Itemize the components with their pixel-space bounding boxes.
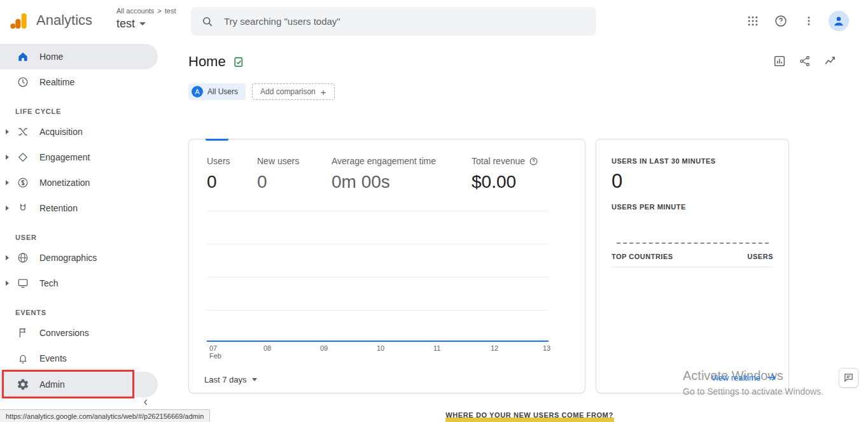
sidebar-item-label: Engagement — [39, 152, 90, 162]
breadcrumb-separator: > — [157, 7, 161, 15]
avatar[interactable] — [829, 11, 849, 31]
x-tick: 12 — [491, 344, 498, 352]
metric-label[interactable]: Total revenue — [472, 156, 525, 166]
monitor-icon — [17, 277, 29, 290]
plus-icon: + — [321, 87, 326, 97]
realtime-title: USERS IN LAST 30 MINUTES — [612, 157, 716, 165]
selected-metric-indicator — [206, 139, 228, 141]
next-section-title: WHERE DO YOUR NEW USERS COME FROM? — [444, 411, 615, 419]
add-comparison-button[interactable]: Add comparison + — [252, 83, 334, 100]
per-minute-baseline — [617, 243, 769, 244]
metric-value: 0 — [207, 172, 230, 192]
sidebar-item-engagement[interactable]: Engagement — [0, 144, 159, 170]
metric-avg-engagement-time[interactable]: Average engagement time 0m 00s — [332, 156, 436, 192]
add-comparison-label: Add comparison — [260, 87, 316, 96]
main-content: Home A All Users — [159, 43, 868, 422]
sidebar-item-label: Admin — [39, 379, 65, 390]
x-tick: 08 — [263, 344, 271, 352]
sidebar-item-label: Home — [39, 52, 63, 62]
globe-icon — [17, 251, 29, 264]
sidebar-item-realtime[interactable]: Realtime — [0, 69, 159, 95]
sidebar-item-label: Conversions — [39, 328, 89, 338]
chevron-down-icon — [252, 378, 257, 381]
retention-icon — [17, 202, 29, 215]
metric-label[interactable]: Users — [207, 156, 230, 166]
sidebar-item-monetization[interactable]: Monetization — [0, 170, 159, 195]
metric-label[interactable]: New users — [257, 156, 299, 166]
collapse-sidebar-icon[interactable] — [141, 397, 151, 407]
x-tick: 10 — [377, 344, 384, 352]
users-line-chart — [207, 208, 549, 342]
bell-icon — [17, 352, 29, 365]
arrow-right-icon — [766, 372, 777, 383]
sidebar-item-demographics[interactable]: Demographics — [0, 245, 159, 271]
breadcrumb: All accounts > test — [116, 7, 176, 15]
sidebar-item-label: Demographics — [39, 253, 97, 263]
metric-label[interactable]: Average engagement time — [332, 156, 436, 166]
account-switcher[interactable]: All accounts > test test — [116, 7, 176, 31]
expand-chevron-icon[interactable] — [6, 155, 9, 160]
users-per-minute-label: USERS PER MINUTE — [612, 203, 686, 211]
segment-badge: A — [192, 86, 203, 97]
expand-chevron-icon[interactable] — [6, 180, 9, 185]
expand-chevron-icon[interactable] — [6, 129, 9, 134]
feedback-button[interactable] — [839, 368, 858, 388]
overview-card: Users 0 New users 0 Average engagement t… — [188, 139, 585, 393]
metric-total-revenue[interactable]: Total revenue $0.00 — [472, 156, 538, 192]
top-countries-header-row: TOP COUNTRIES USERS — [612, 253, 773, 267]
analytics-logo-icon[interactable] — [8, 11, 29, 31]
x-tick: 07 — [209, 344, 217, 352]
flag-icon — [17, 327, 29, 339]
metric-users[interactable]: Users 0 — [207, 156, 230, 192]
status-bar-url: https://analytics.google.com/analytics/w… — [0, 409, 210, 422]
share-icon[interactable] — [797, 53, 813, 69]
sidebar-item-home[interactable]: Home — [0, 44, 158, 69]
acquisition-icon — [17, 125, 29, 138]
metric-value: 0m 00s — [332, 172, 436, 192]
sidebar-section-user: USER — [0, 229, 159, 245]
search-input[interactable] — [223, 15, 586, 27]
realtime-users-value: 0 — [612, 170, 622, 193]
sidebar-item-admin[interactable]: Admin — [0, 372, 159, 397]
customize-report-icon[interactable] — [771, 53, 788, 69]
home-icon — [17, 50, 29, 63]
sidebar-item-acquisition[interactable]: Acquisition — [0, 119, 159, 144]
help-circle-icon[interactable] — [529, 157, 538, 166]
date-range-selector[interactable]: Last 7 days — [204, 375, 257, 384]
top-countries-label: TOP COUNTRIES — [612, 253, 673, 260]
chart-x-axis: 07 Feb 08 09 10 11 12 13 — [207, 344, 549, 370]
more-vert-icon[interactable] — [801, 13, 817, 29]
breadcrumb-root: All accounts — [116, 7, 154, 15]
help-icon[interactable] — [773, 13, 789, 29]
page-title: Home — [188, 53, 226, 70]
metric-new-users[interactable]: New users 0 — [257, 156, 299, 192]
feedback-icon — [843, 372, 854, 383]
x-tick: 09 — [320, 344, 328, 352]
view-realtime-link[interactable]: View realtime — [711, 372, 777, 383]
sidebar-item-events[interactable]: Events — [0, 346, 159, 371]
report-check-icon[interactable] — [233, 56, 245, 68]
sidebar-section-life-cycle: LIFE CYCLE — [0, 103, 159, 119]
engagement-icon — [17, 151, 29, 164]
date-range-label: Last 7 days — [204, 375, 247, 384]
sidebar-item-retention[interactable]: Retention — [0, 195, 159, 221]
expand-chevron-icon[interactable] — [6, 206, 9, 211]
gear-icon — [17, 378, 29, 391]
sidebar-item-label: Acquisition — [39, 127, 83, 137]
apps-grid-icon[interactable] — [745, 13, 761, 29]
x-tick: 13 — [543, 344, 550, 352]
sidebar-item-label: Retention — [39, 203, 78, 213]
all-users-chip[interactable]: A All Users — [188, 83, 246, 100]
account-name[interactable]: test — [116, 17, 135, 31]
sidebar: Home Realtime LIFE CYCLE Acquisition Eng… — [0, 43, 159, 422]
expand-chevron-icon[interactable] — [6, 255, 9, 260]
expand-chevron-icon[interactable] — [6, 281, 9, 286]
sidebar-item-tech[interactable]: Tech — [0, 271, 159, 296]
search-bar[interactable] — [191, 7, 596, 36]
sidebar-item-conversions[interactable]: Conversions — [0, 320, 159, 346]
app-header: Analytics All accounts > test test — [0, 0, 868, 43]
monetization-icon — [17, 176, 29, 189]
insights-icon[interactable] — [822, 53, 839, 69]
all-users-label: All Users — [207, 87, 238, 96]
breadcrumb-current: test — [165, 7, 176, 15]
